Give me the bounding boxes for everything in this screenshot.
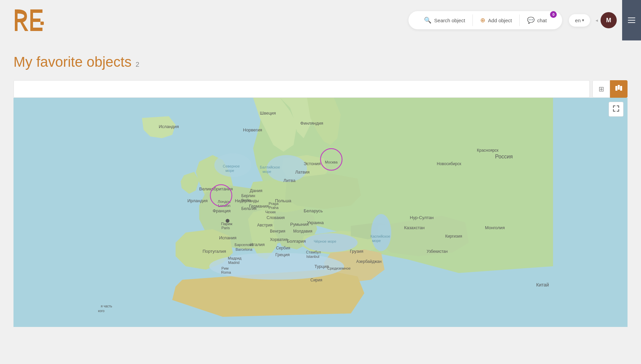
svg-text:Сербия: Сербия bbox=[276, 246, 290, 250]
svg-text:Paris: Paris bbox=[221, 226, 230, 230]
svg-text:кого: кого bbox=[98, 309, 104, 313]
header: 🔍 Search object ⊕ Add object 💬 chat 0 en… bbox=[0, 0, 641, 40]
header-nav: 🔍 Search object ⊕ Add object 💬 chat 0 bbox=[408, 11, 562, 29]
svg-text:Киргизия: Киргизия bbox=[445, 234, 462, 239]
svg-text:Россия: Россия bbox=[495, 154, 513, 159]
svg-text:Германия: Германия bbox=[249, 204, 269, 209]
svg-text:Испания: Испания bbox=[219, 235, 237, 240]
search-icon: 🔍 bbox=[424, 17, 431, 24]
svg-text:Barcelona: Barcelona bbox=[236, 247, 252, 251]
avatar-btn[interactable]: ◂ M bbox=[596, 12, 617, 28]
svg-rect-0 bbox=[15, 9, 18, 31]
svg-text:Швеция: Швеция bbox=[260, 111, 276, 116]
svg-text:Греция: Греция bbox=[275, 252, 290, 257]
map-view-btn[interactable] bbox=[610, 80, 628, 98]
page-title: My favorite objects 2 bbox=[13, 54, 628, 70]
svg-text:Китай: Китай bbox=[536, 282, 549, 287]
svg-rect-6 bbox=[615, 86, 617, 91]
svg-text:Венгрия: Венгрия bbox=[270, 229, 285, 234]
svg-text:Хорватия: Хорватия bbox=[270, 237, 288, 242]
svg-text:Сирия: Сирия bbox=[310, 278, 322, 282]
map-container[interactable]: Исландия Швеция Норвегия Финляндия Эстон… bbox=[13, 98, 628, 327]
svg-rect-4 bbox=[33, 28, 42, 31]
svg-text:море: море bbox=[225, 169, 234, 173]
svg-text:море: море bbox=[263, 170, 271, 174]
svg-text:Финляндия: Финляндия bbox=[300, 121, 323, 126]
svg-text:Латвия: Латвия bbox=[295, 170, 310, 175]
svg-rect-8 bbox=[620, 86, 622, 91]
current-lang: en bbox=[575, 18, 581, 23]
svg-text:Португалия: Португалия bbox=[203, 249, 226, 254]
svg-text:Польша: Польша bbox=[275, 198, 292, 203]
svg-text:Литва: Литва bbox=[283, 178, 296, 183]
svg-text:Стамбул: Стамбул bbox=[306, 250, 321, 254]
svg-text:Рим: Рим bbox=[221, 266, 228, 270]
svg-text:Madrid: Madrid bbox=[228, 261, 240, 265]
chat-label: chat bbox=[537, 18, 547, 23]
svg-text:Азербайджан: Азербайджан bbox=[356, 259, 381, 264]
chat-btn[interactable]: 💬 chat 0 bbox=[520, 14, 554, 26]
search-object-label: Search object bbox=[434, 18, 465, 23]
svg-rect-7 bbox=[618, 85, 620, 90]
svg-text:Красноярск: Красноярск bbox=[477, 148, 499, 153]
svg-text:Франция: Франция bbox=[213, 208, 231, 213]
svg-text:Берлин: Берлин bbox=[241, 193, 255, 198]
avatar: M bbox=[601, 12, 617, 28]
hamburger-menu-btn[interactable] bbox=[622, 0, 641, 40]
svg-text:Мадрид: Мадрид bbox=[228, 256, 242, 260]
view-toggle: ⊞ bbox=[592, 80, 628, 98]
svg-text:Молдавия: Молдавия bbox=[293, 229, 312, 234]
logo[interactable] bbox=[13, 7, 44, 34]
add-object-label: Add object bbox=[488, 18, 512, 23]
svg-text:Исландия: Исландия bbox=[159, 124, 179, 129]
menu-line-2 bbox=[628, 20, 635, 21]
svg-text:Северное: Северное bbox=[223, 164, 240, 168]
svg-text:Roma: Roma bbox=[221, 270, 231, 274]
map-icon bbox=[615, 85, 622, 94]
svg-text:Средиземное: Средиземное bbox=[327, 266, 350, 270]
svg-text:Австрия: Австрия bbox=[257, 223, 273, 228]
svg-text:Украина: Украина bbox=[307, 220, 324, 225]
svg-text:Istanbul: Istanbul bbox=[306, 254, 319, 259]
svg-text:Москва: Москва bbox=[325, 160, 338, 164]
grid-icon: ⊞ bbox=[599, 85, 604, 93]
grid-view-btn[interactable]: ⊞ bbox=[592, 80, 610, 98]
chat-badge: 0 bbox=[550, 11, 557, 18]
avatar-chevron-icon: ◂ bbox=[596, 18, 598, 23]
svg-text:Ирландия: Ирландия bbox=[187, 198, 208, 203]
svg-text:я часть: я часть bbox=[101, 304, 112, 308]
svg-text:Чехия: Чехия bbox=[265, 210, 276, 214]
svg-text:Словакия: Словакия bbox=[267, 215, 285, 220]
language-selector[interactable]: en ▾ bbox=[569, 14, 590, 27]
menu-line-3 bbox=[628, 22, 635, 23]
svg-text:Новосибирск: Новосибирск bbox=[437, 161, 461, 166]
svg-text:Грузия: Грузия bbox=[350, 249, 363, 254]
svg-text:Praha: Praha bbox=[269, 206, 279, 210]
map-expand-btn[interactable] bbox=[609, 102, 623, 117]
search-input[interactable] bbox=[13, 80, 590, 98]
svg-text:Болгария: Болгария bbox=[287, 239, 306, 244]
svg-rect-2 bbox=[33, 9, 42, 13]
search-object-btn[interactable]: 🔍 Search object bbox=[417, 14, 473, 26]
svg-text:Чёрное море: Чёрное море bbox=[314, 239, 336, 243]
expand-icon bbox=[613, 105, 619, 113]
add-object-btn[interactable]: ⊕ Add object bbox=[473, 14, 520, 26]
add-icon: ⊕ bbox=[480, 17, 485, 24]
lang-chevron-icon: ▾ bbox=[582, 18, 584, 23]
svg-text:Berlin: Berlin bbox=[241, 198, 251, 202]
page-content: My favorite objects 2 ⊞ bbox=[0, 40, 641, 327]
svg-text:Барселона: Барселона bbox=[235, 243, 253, 247]
svg-text:Монголия: Монголия bbox=[485, 225, 505, 230]
map-svg: Исландия Швеция Норвегия Финляндия Эстон… bbox=[13, 98, 628, 327]
svg-text:Нур-Султан: Нур-Султан bbox=[410, 215, 434, 220]
svg-text:Румыния: Румыния bbox=[290, 222, 309, 227]
page-title-text: My favorite objects bbox=[13, 54, 131, 70]
svg-rect-1 bbox=[30, 9, 33, 31]
chat-icon: 💬 bbox=[527, 17, 535, 24]
svg-text:Эстония: Эстония bbox=[304, 161, 320, 166]
svg-text:Париж: Париж bbox=[221, 222, 233, 226]
svg-text:Казахстан: Казахстан bbox=[404, 225, 425, 230]
svg-text:море: море bbox=[372, 239, 381, 243]
svg-text:Турция: Турция bbox=[314, 264, 329, 269]
svg-text:Узбекистан: Узбекистан bbox=[427, 249, 448, 254]
